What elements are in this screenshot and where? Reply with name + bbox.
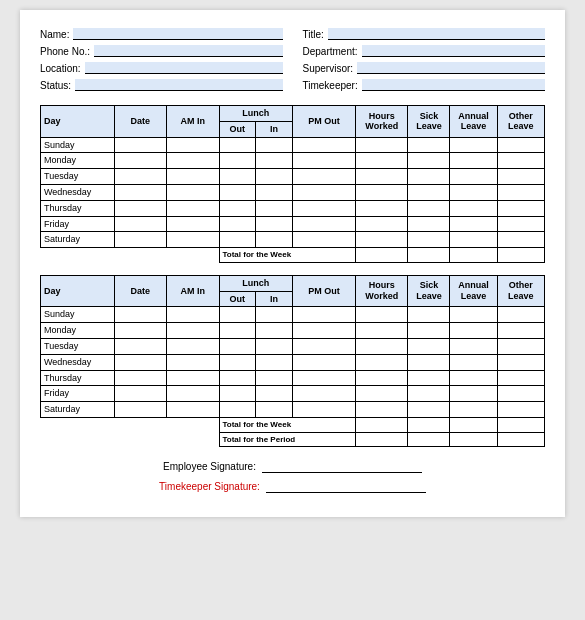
amin-cell[interactable] bbox=[167, 137, 220, 153]
date-cell[interactable] bbox=[114, 184, 167, 200]
other-cell[interactable] bbox=[497, 232, 544, 248]
department-field[interactable] bbox=[362, 45, 545, 57]
date-cell[interactable] bbox=[114, 153, 167, 169]
lunch-out-cell[interactable] bbox=[219, 307, 256, 323]
other-cell[interactable] bbox=[497, 323, 544, 339]
hours-cell[interactable] bbox=[355, 153, 408, 169]
amin-cell[interactable] bbox=[167, 184, 220, 200]
sick-cell[interactable] bbox=[408, 153, 450, 169]
date-cell[interactable] bbox=[114, 307, 167, 323]
total-annual-week2[interactable] bbox=[450, 417, 497, 432]
total-hours1[interactable] bbox=[355, 248, 408, 263]
timekeeper-sig-line[interactable] bbox=[266, 479, 426, 493]
other-cell[interactable] bbox=[497, 216, 544, 232]
annual-cell[interactable] bbox=[450, 200, 497, 216]
sick-cell[interactable] bbox=[408, 338, 450, 354]
hours-cell[interactable] bbox=[355, 307, 408, 323]
total-annual-period2[interactable] bbox=[450, 432, 497, 447]
total-hours-week2[interactable] bbox=[355, 417, 408, 432]
hours-cell[interactable] bbox=[355, 370, 408, 386]
annual-cell[interactable] bbox=[450, 232, 497, 248]
lunch-out-cell[interactable] bbox=[219, 216, 256, 232]
other-cell[interactable] bbox=[497, 200, 544, 216]
lunch-in-cell[interactable] bbox=[256, 370, 293, 386]
total-other-week2[interactable] bbox=[497, 417, 544, 432]
annual-cell[interactable] bbox=[450, 402, 497, 418]
lunch-in-cell[interactable] bbox=[256, 137, 293, 153]
annual-cell[interactable] bbox=[450, 184, 497, 200]
other-cell[interactable] bbox=[497, 184, 544, 200]
lunch-out-cell[interactable] bbox=[219, 184, 256, 200]
amin-cell[interactable] bbox=[167, 323, 220, 339]
amin-cell[interactable] bbox=[167, 354, 220, 370]
other-cell[interactable] bbox=[497, 137, 544, 153]
status-field[interactable] bbox=[75, 79, 282, 91]
lunch-in-cell[interactable] bbox=[256, 200, 293, 216]
lunch-in-cell[interactable] bbox=[256, 216, 293, 232]
lunch-out-cell[interactable] bbox=[219, 169, 256, 185]
amin-cell[interactable] bbox=[167, 216, 220, 232]
hours-cell[interactable] bbox=[355, 200, 408, 216]
amin-cell[interactable] bbox=[167, 386, 220, 402]
sick-cell[interactable] bbox=[408, 386, 450, 402]
pmout-cell[interactable] bbox=[292, 323, 355, 339]
sick-cell[interactable] bbox=[408, 354, 450, 370]
lunch-out-cell[interactable] bbox=[219, 370, 256, 386]
lunch-in-cell[interactable] bbox=[256, 307, 293, 323]
total-sick-period2[interactable] bbox=[408, 432, 450, 447]
lunch-in-cell[interactable] bbox=[256, 402, 293, 418]
lunch-out-cell[interactable] bbox=[219, 232, 256, 248]
lunch-out-cell[interactable] bbox=[219, 323, 256, 339]
hours-cell[interactable] bbox=[355, 386, 408, 402]
annual-cell[interactable] bbox=[450, 307, 497, 323]
lunch-in-cell[interactable] bbox=[256, 232, 293, 248]
pmout-cell[interactable] bbox=[292, 354, 355, 370]
hours-cell[interactable] bbox=[355, 169, 408, 185]
timekeeper-field[interactable] bbox=[362, 79, 545, 91]
employee-sig-line[interactable] bbox=[262, 459, 422, 473]
sick-cell[interactable] bbox=[408, 184, 450, 200]
hours-cell[interactable] bbox=[355, 216, 408, 232]
other-cell[interactable] bbox=[497, 153, 544, 169]
amin-cell[interactable] bbox=[167, 338, 220, 354]
hours-cell[interactable] bbox=[355, 323, 408, 339]
date-cell[interactable] bbox=[114, 137, 167, 153]
amin-cell[interactable] bbox=[167, 200, 220, 216]
annual-cell[interactable] bbox=[450, 370, 497, 386]
pmout-cell[interactable] bbox=[292, 307, 355, 323]
hours-cell[interactable] bbox=[355, 137, 408, 153]
date-cell[interactable] bbox=[114, 386, 167, 402]
lunch-out-cell[interactable] bbox=[219, 200, 256, 216]
hours-cell[interactable] bbox=[355, 232, 408, 248]
name-field[interactable] bbox=[73, 28, 282, 40]
pmout-cell[interactable] bbox=[292, 216, 355, 232]
annual-cell[interactable] bbox=[450, 338, 497, 354]
other-cell[interactable] bbox=[497, 169, 544, 185]
date-cell[interactable] bbox=[114, 323, 167, 339]
lunch-in-cell[interactable] bbox=[256, 354, 293, 370]
other-cell[interactable] bbox=[497, 354, 544, 370]
hours-cell[interactable] bbox=[355, 354, 408, 370]
annual-cell[interactable] bbox=[450, 137, 497, 153]
other-cell[interactable] bbox=[497, 307, 544, 323]
sick-cell[interactable] bbox=[408, 232, 450, 248]
annual-cell[interactable] bbox=[450, 216, 497, 232]
supervisor-field[interactable] bbox=[357, 62, 545, 74]
location-field[interactable] bbox=[85, 62, 283, 74]
lunch-out-cell[interactable] bbox=[219, 402, 256, 418]
lunch-in-cell[interactable] bbox=[256, 184, 293, 200]
title-field[interactable] bbox=[328, 28, 545, 40]
pmout-cell[interactable] bbox=[292, 200, 355, 216]
other-cell[interactable] bbox=[497, 370, 544, 386]
phone-field[interactable] bbox=[94, 45, 282, 57]
annual-cell[interactable] bbox=[450, 386, 497, 402]
date-cell[interactable] bbox=[114, 169, 167, 185]
sick-cell[interactable] bbox=[408, 216, 450, 232]
total-other-period2[interactable] bbox=[497, 432, 544, 447]
total-annual1[interactable] bbox=[450, 248, 497, 263]
pmout-cell[interactable] bbox=[292, 232, 355, 248]
other-cell[interactable] bbox=[497, 386, 544, 402]
amin-cell[interactable] bbox=[167, 402, 220, 418]
pmout-cell[interactable] bbox=[292, 338, 355, 354]
pmout-cell[interactable] bbox=[292, 402, 355, 418]
